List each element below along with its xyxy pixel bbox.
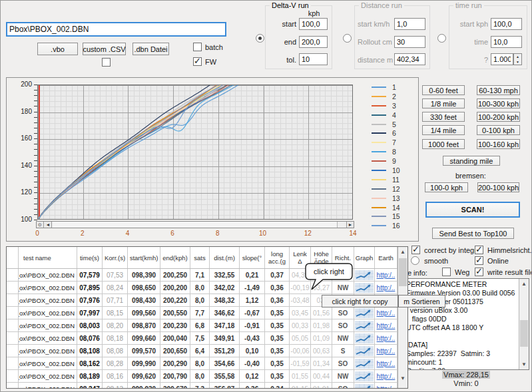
- legend-item[interactable]: 1: [372, 83, 400, 92]
- distance-rollout-input[interactable]: [394, 36, 425, 48]
- file-info-scroll-thumb[interactable]: [520, 320, 528, 347]
- earth-link-anchor[interactable]: http:/..: [377, 360, 396, 367]
- legend-item[interactable]: 4: [372, 110, 400, 120]
- send-best-top100-button[interactable]: Send Best to Top100: [432, 228, 514, 239]
- table-row[interactable]: 15_ox\PBOX_002.DBN07,99708,15099,560200,…: [7, 307, 398, 319]
- delta-v-run-radio[interactable]: [256, 34, 264, 43]
- earth-link[interactable]: http:/..: [375, 269, 398, 281]
- chart-scroll-right-icon[interactable]: ►: [346, 222, 354, 228]
- quick-button-1000-feet[interactable]: 1000 feet: [422, 139, 465, 149]
- table-scroll-down-icon[interactable]: ▼: [398, 373, 407, 383]
- earth-link-anchor[interactable]: http:/..: [377, 373, 396, 380]
- column-header-time[interactable]: time(s): [77, 247, 103, 268]
- earth-link[interactable]: http:/..: [375, 370, 398, 382]
- legend-item[interactable]: 10: [372, 166, 400, 175]
- time-run-radio[interactable]: [437, 34, 446, 43]
- time-factor-input[interactable]: [491, 53, 513, 65]
- chart-zoom-icon[interactable]: ⊙: [37, 222, 44, 228]
- brake-100-0-button[interactable]: 100-0 kph: [425, 182, 468, 192]
- time-time-input[interactable]: [491, 36, 522, 48]
- distance-run-radio[interactable]: [343, 34, 352, 43]
- column-header-rowhdr[interactable]: [7, 247, 19, 268]
- table-scroll-thumb[interactable]: [399, 258, 407, 286]
- quick-button-1-4-mile[interactable]: 1/4 mile: [422, 125, 465, 135]
- table-row[interactable]: 14_ox\PBOX_002.DBN08,00308,20098,870200,…: [7, 319, 398, 332]
- table-row[interactable]: 11_ox\PBOX_002.DBN08,16208,28099,990200,…: [7, 357, 398, 370]
- column-header-sats[interactable]: sats: [190, 247, 210, 268]
- column-header-dist[interactable]: dist.(m): [210, 247, 240, 268]
- earth-link-anchor[interactable]: http:/..: [377, 322, 396, 329]
- table-row[interactable]: 7_ox\PBOX_002.DBN08,18908,16099,620200,7…: [7, 370, 398, 383]
- earth-link-anchor[interactable]: http:/..: [377, 385, 396, 389]
- quick-button-330-feet[interactable]: 330 feet: [422, 112, 465, 122]
- earth-link[interactable]: http:/..: [375, 357, 398, 369]
- legend-item[interactable]: 11: [372, 175, 400, 184]
- quick-button-100-160-kph[interactable]: 100-160 kph: [477, 139, 520, 149]
- write-result-file-checkbox[interactable]: [475, 268, 483, 276]
- file-path-input[interactable]: [6, 22, 226, 37]
- dbn-datei-button[interactable]: .dbn Datei: [133, 43, 169, 55]
- legend-item[interactable]: 3: [372, 101, 400, 110]
- chart-scroll-left-icon[interactable]: ◄: [45, 222, 52, 228]
- earth-link-anchor[interactable]: http:/..: [377, 309, 396, 317]
- legend-item[interactable]: 7: [372, 138, 400, 147]
- file-info-scroll-up-icon[interactable]: ▲: [519, 279, 529, 289]
- graph-icon[interactable]: [354, 307, 375, 319]
- legend-item[interactable]: 6: [372, 128, 400, 138]
- graph-icon[interactable]: [354, 345, 375, 357]
- chart-scrollbar[interactable]: ⊙ ◄ ►: [36, 221, 354, 228]
- distance-startkmh-input[interactable]: [394, 18, 425, 30]
- custom-csv-button[interactable]: custom .CSV: [83, 43, 126, 55]
- time-startkph-input[interactable]: [491, 18, 522, 30]
- earth-link[interactable]: http:/..: [375, 332, 398, 344]
- graph-icon[interactable]: [354, 319, 375, 331]
- weg-checkbox[interactable]: [442, 268, 451, 276]
- table-scrollbar[interactable]: ▲ ▼: [398, 247, 407, 388]
- legend-item[interactable]: 9: [372, 156, 400, 166]
- earth-link[interactable]: http:/..: [375, 307, 398, 319]
- table-row[interactable]: 2_ox\PBOX_002.DBN08,07608,18099,660200,0…: [7, 332, 398, 345]
- earth-link-anchor[interactable]: http:/..: [377, 335, 396, 342]
- earth-link-anchor[interactable]: http:/..: [377, 347, 396, 355]
- quick-button-60-130-mph[interactable]: 60-130 mph: [477, 85, 520, 95]
- quick-button-1-8-mile[interactable]: 1/8 mile: [422, 98, 465, 108]
- chart-scroll-thumb[interactable]: [53, 222, 338, 228]
- distance-m-input[interactable]: [394, 53, 425, 65]
- time-factor-spinner[interactable]: ▲▼: [513, 53, 522, 65]
- legend-item[interactable]: 15: [372, 212, 400, 221]
- vbo-button[interactable]: .vbo: [37, 43, 78, 55]
- correct-by-integral-checkbox[interactable]: [411, 246, 420, 254]
- legend-item[interactable]: 14: [372, 203, 400, 212]
- batch-checkbox[interactable]: [193, 43, 202, 51]
- delta-tol-input[interactable]: [299, 53, 328, 65]
- earth-link[interactable]: http:/..: [375, 282, 398, 294]
- fw-checkbox[interactable]: [193, 57, 202, 66]
- legend-item[interactable]: 13: [372, 194, 400, 203]
- delta-end-input[interactable]: [299, 36, 328, 48]
- brake-200-100-button[interactable]: 200-100 kph: [477, 182, 519, 192]
- scan-button[interactable]: SCAN!: [425, 202, 520, 218]
- column-header-slope[interactable]: slope(°: [240, 247, 265, 268]
- legend-item[interactable]: 12: [372, 184, 400, 194]
- csv-option-checkbox[interactable]: [102, 58, 111, 67]
- column-header-end[interactable]: end(kph): [160, 247, 190, 268]
- quick-button-100-200-kph[interactable]: 100-200 kph: [477, 112, 520, 122]
- quick-button-100-300-kph[interactable]: 100-300 kph: [477, 98, 520, 108]
- column-header-name[interactable]: test name: [19, 247, 77, 268]
- graph-icon[interactable]: [354, 332, 375, 344]
- earth-link-anchor[interactable]: http:/..: [377, 284, 396, 292]
- file-info-box[interactable]: PERFORMANCE METER Firmware Version 03.00…: [403, 278, 529, 370]
- column-header-earth[interactable]: Earth: [375, 247, 398, 268]
- online-checkbox[interactable]: [475, 256, 483, 265]
- earth-link[interactable]: http:/..: [375, 345, 398, 357]
- legend-item[interactable]: 2: [372, 92, 400, 101]
- smooth-radio[interactable]: [411, 256, 419, 265]
- file-info-scrollbar[interactable]: ▲ ▼: [519, 279, 529, 369]
- himmelsricht-checkbox[interactable]: [475, 246, 483, 254]
- standing-mile-button[interactable]: standing mile: [443, 156, 500, 166]
- column-header-acc[interactable]: longacc.(g: [265, 247, 290, 268]
- delta-start-input[interactable]: [299, 18, 328, 30]
- quick-button-0-60-feet[interactable]: 0-60 feet: [422, 85, 465, 95]
- legend-item[interactable]: 8: [372, 147, 400, 156]
- quick-button-0-100-kph[interactable]: 0-100 kph: [477, 125, 520, 135]
